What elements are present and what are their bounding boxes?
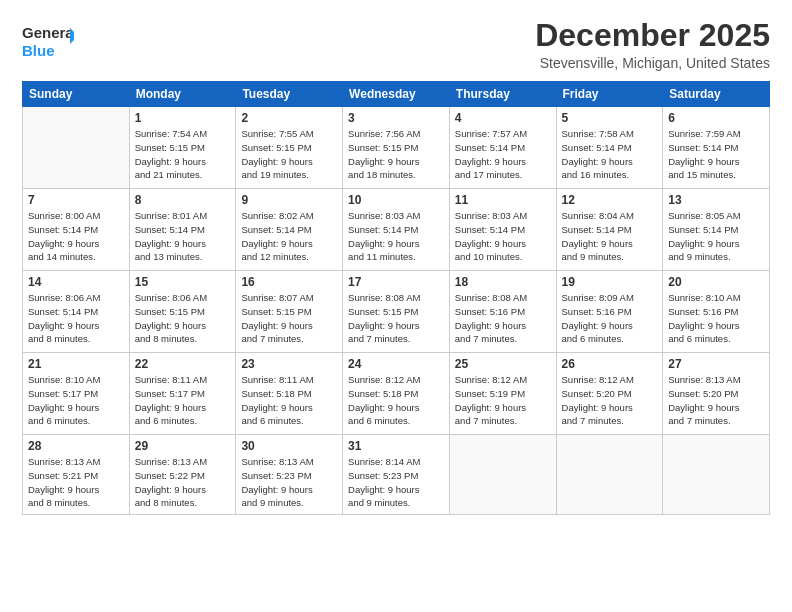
header: General Blue December 2025 Stevensville,…	[22, 18, 770, 71]
logo-svg: General Blue	[22, 22, 74, 64]
day-info: Sunrise: 7:55 AMSunset: 5:15 PMDaylight:…	[241, 127, 337, 182]
calendar-cell: 18Sunrise: 8:08 AMSunset: 5:16 PMDayligh…	[449, 271, 556, 353]
calendar-cell: 5Sunrise: 7:58 AMSunset: 5:14 PMDaylight…	[556, 107, 663, 189]
day-info: Sunrise: 8:12 AMSunset: 5:20 PMDaylight:…	[562, 373, 658, 428]
calendar-cell: 30Sunrise: 8:13 AMSunset: 5:23 PMDayligh…	[236, 435, 343, 515]
calendar-cell: 28Sunrise: 8:13 AMSunset: 5:21 PMDayligh…	[23, 435, 130, 515]
calendar-cell: 10Sunrise: 8:03 AMSunset: 5:14 PMDayligh…	[343, 189, 450, 271]
day-info: Sunrise: 8:00 AMSunset: 5:14 PMDaylight:…	[28, 209, 124, 264]
day-number: 24	[348, 357, 444, 371]
week-row-4: 21Sunrise: 8:10 AMSunset: 5:17 PMDayligh…	[23, 353, 770, 435]
day-info: Sunrise: 8:13 AMSunset: 5:22 PMDaylight:…	[135, 455, 231, 510]
day-info: Sunrise: 7:59 AMSunset: 5:14 PMDaylight:…	[668, 127, 764, 182]
day-info: Sunrise: 8:08 AMSunset: 5:15 PMDaylight:…	[348, 291, 444, 346]
day-info: Sunrise: 8:13 AMSunset: 5:23 PMDaylight:…	[241, 455, 337, 510]
calendar-cell: 15Sunrise: 8:06 AMSunset: 5:15 PMDayligh…	[129, 271, 236, 353]
calendar-cell: 11Sunrise: 8:03 AMSunset: 5:14 PMDayligh…	[449, 189, 556, 271]
day-number: 3	[348, 111, 444, 125]
day-number: 29	[135, 439, 231, 453]
week-row-2: 7Sunrise: 8:00 AMSunset: 5:14 PMDaylight…	[23, 189, 770, 271]
calendar-cell	[449, 435, 556, 515]
day-number: 12	[562, 193, 658, 207]
calendar-cell: 16Sunrise: 8:07 AMSunset: 5:15 PMDayligh…	[236, 271, 343, 353]
day-info: Sunrise: 7:58 AMSunset: 5:14 PMDaylight:…	[562, 127, 658, 182]
weekday-header-tuesday: Tuesday	[236, 82, 343, 107]
calendar-cell: 2Sunrise: 7:55 AMSunset: 5:15 PMDaylight…	[236, 107, 343, 189]
calendar-cell: 13Sunrise: 8:05 AMSunset: 5:14 PMDayligh…	[663, 189, 770, 271]
day-number: 9	[241, 193, 337, 207]
day-info: Sunrise: 8:02 AMSunset: 5:14 PMDaylight:…	[241, 209, 337, 264]
day-info: Sunrise: 8:04 AMSunset: 5:14 PMDaylight:…	[562, 209, 658, 264]
calendar-cell	[23, 107, 130, 189]
weekday-header-monday: Monday	[129, 82, 236, 107]
day-number: 26	[562, 357, 658, 371]
calendar-cell: 6Sunrise: 7:59 AMSunset: 5:14 PMDaylight…	[663, 107, 770, 189]
day-number: 6	[668, 111, 764, 125]
calendar-cell: 4Sunrise: 7:57 AMSunset: 5:14 PMDaylight…	[449, 107, 556, 189]
day-info: Sunrise: 8:14 AMSunset: 5:23 PMDaylight:…	[348, 455, 444, 510]
weekday-header-saturday: Saturday	[663, 82, 770, 107]
weekday-header-thursday: Thursday	[449, 82, 556, 107]
day-info: Sunrise: 8:08 AMSunset: 5:16 PMDaylight:…	[455, 291, 551, 346]
day-number: 19	[562, 275, 658, 289]
week-row-1: 1Sunrise: 7:54 AMSunset: 5:15 PMDaylight…	[23, 107, 770, 189]
day-number: 31	[348, 439, 444, 453]
title-block: December 2025 Stevensville, Michigan, Un…	[535, 18, 770, 71]
calendar-cell	[663, 435, 770, 515]
calendar-cell: 7Sunrise: 8:00 AMSunset: 5:14 PMDaylight…	[23, 189, 130, 271]
day-info: Sunrise: 8:13 AMSunset: 5:21 PMDaylight:…	[28, 455, 124, 510]
calendar-cell: 20Sunrise: 8:10 AMSunset: 5:16 PMDayligh…	[663, 271, 770, 353]
day-info: Sunrise: 8:06 AMSunset: 5:14 PMDaylight:…	[28, 291, 124, 346]
day-number: 30	[241, 439, 337, 453]
day-info: Sunrise: 8:10 AMSunset: 5:16 PMDaylight:…	[668, 291, 764, 346]
day-number: 15	[135, 275, 231, 289]
calendar-cell: 27Sunrise: 8:13 AMSunset: 5:20 PMDayligh…	[663, 353, 770, 435]
day-info: Sunrise: 8:11 AMSunset: 5:18 PMDaylight:…	[241, 373, 337, 428]
calendar-cell: 23Sunrise: 8:11 AMSunset: 5:18 PMDayligh…	[236, 353, 343, 435]
day-info: Sunrise: 7:57 AMSunset: 5:14 PMDaylight:…	[455, 127, 551, 182]
week-row-3: 14Sunrise: 8:06 AMSunset: 5:14 PMDayligh…	[23, 271, 770, 353]
day-number: 2	[241, 111, 337, 125]
month-title: December 2025	[535, 18, 770, 53]
calendar-cell: 3Sunrise: 7:56 AMSunset: 5:15 PMDaylight…	[343, 107, 450, 189]
calendar-cell: 26Sunrise: 8:12 AMSunset: 5:20 PMDayligh…	[556, 353, 663, 435]
day-number: 27	[668, 357, 764, 371]
page: General Blue December 2025 Stevensville,…	[0, 0, 792, 612]
day-info: Sunrise: 8:06 AMSunset: 5:15 PMDaylight:…	[135, 291, 231, 346]
svg-text:General: General	[22, 24, 74, 41]
day-number: 21	[28, 357, 124, 371]
day-info: Sunrise: 7:56 AMSunset: 5:15 PMDaylight:…	[348, 127, 444, 182]
week-row-5: 28Sunrise: 8:13 AMSunset: 5:21 PMDayligh…	[23, 435, 770, 515]
logo: General Blue	[22, 22, 74, 64]
day-info: Sunrise: 8:03 AMSunset: 5:14 PMDaylight:…	[348, 209, 444, 264]
day-number: 13	[668, 193, 764, 207]
day-info: Sunrise: 8:03 AMSunset: 5:14 PMDaylight:…	[455, 209, 551, 264]
day-number: 18	[455, 275, 551, 289]
day-info: Sunrise: 8:10 AMSunset: 5:17 PMDaylight:…	[28, 373, 124, 428]
calendar-cell: 22Sunrise: 8:11 AMSunset: 5:17 PMDayligh…	[129, 353, 236, 435]
calendar-cell: 1Sunrise: 7:54 AMSunset: 5:15 PMDaylight…	[129, 107, 236, 189]
calendar-cell: 14Sunrise: 8:06 AMSunset: 5:14 PMDayligh…	[23, 271, 130, 353]
day-info: Sunrise: 8:01 AMSunset: 5:14 PMDaylight:…	[135, 209, 231, 264]
day-info: Sunrise: 8:07 AMSunset: 5:15 PMDaylight:…	[241, 291, 337, 346]
calendar-cell: 24Sunrise: 8:12 AMSunset: 5:18 PMDayligh…	[343, 353, 450, 435]
calendar-cell: 17Sunrise: 8:08 AMSunset: 5:15 PMDayligh…	[343, 271, 450, 353]
day-info: Sunrise: 8:11 AMSunset: 5:17 PMDaylight:…	[135, 373, 231, 428]
weekday-header-sunday: Sunday	[23, 82, 130, 107]
calendar-cell: 29Sunrise: 8:13 AMSunset: 5:22 PMDayligh…	[129, 435, 236, 515]
calendar-cell: 31Sunrise: 8:14 AMSunset: 5:23 PMDayligh…	[343, 435, 450, 515]
day-number: 20	[668, 275, 764, 289]
day-number: 5	[562, 111, 658, 125]
weekday-header-friday: Friday	[556, 82, 663, 107]
day-number: 8	[135, 193, 231, 207]
day-number: 25	[455, 357, 551, 371]
calendar-cell: 19Sunrise: 8:09 AMSunset: 5:16 PMDayligh…	[556, 271, 663, 353]
svg-text:Blue: Blue	[22, 42, 55, 59]
day-info: Sunrise: 8:12 AMSunset: 5:18 PMDaylight:…	[348, 373, 444, 428]
day-number: 11	[455, 193, 551, 207]
day-number: 22	[135, 357, 231, 371]
weekday-header-row: SundayMondayTuesdayWednesdayThursdayFrid…	[23, 82, 770, 107]
day-number: 10	[348, 193, 444, 207]
day-number: 14	[28, 275, 124, 289]
calendar-cell: 12Sunrise: 8:04 AMSunset: 5:14 PMDayligh…	[556, 189, 663, 271]
